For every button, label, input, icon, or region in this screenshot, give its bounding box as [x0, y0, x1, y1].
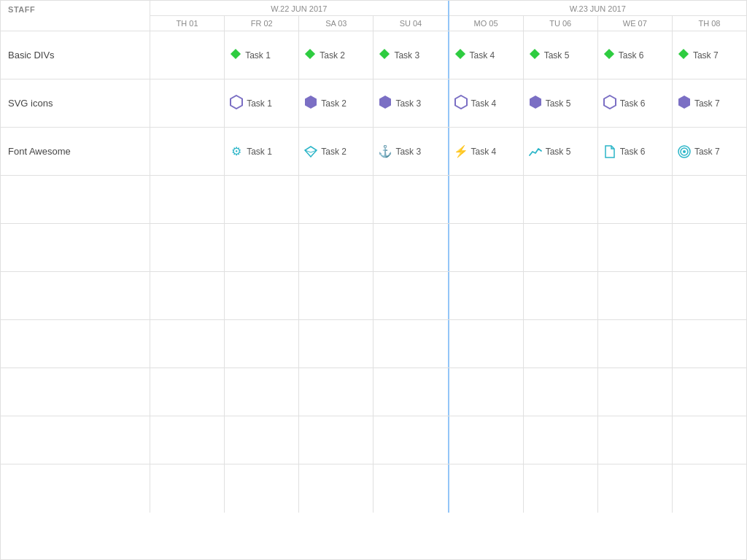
cell-fa-su04[interactable]: ⚓ Task 3 [374, 128, 449, 175]
empty-cells [150, 416, 746, 464]
row-label-basic-divs: Basic DIVs [1, 31, 150, 79]
e8 [673, 224, 746, 271]
cell-basic-th01 [150, 31, 225, 79]
row-cells-font-awesome: ⚙ Task 1 Task 2 ⚓ [150, 128, 746, 175]
task-basic-7[interactable]: Task 7 [677, 47, 719, 63]
cell-fa-th08[interactable]: Task 7 [673, 128, 746, 175]
hexagon-icon-2 [303, 95, 318, 112]
hexagon-icon-1 [229, 95, 244, 112]
task-fa-2[interactable]: Task 2 [303, 146, 347, 158]
e8 [673, 272, 746, 319]
cell-svg-su04[interactable]: Task 3 [374, 79, 449, 127]
e4 [374, 368, 449, 416]
e4 [374, 464, 449, 513]
task-fa-5[interactable]: Task 5 [528, 146, 571, 158]
svg-rect-0 [231, 49, 241, 59]
e3 [299, 272, 374, 319]
empty-cells [150, 320, 746, 368]
hexagon-icon-4 [454, 95, 468, 112]
cell-fa-sa03[interactable]: Task 2 [299, 128, 374, 175]
svg-marker-7 [231, 96, 242, 109]
cell-fa-we07[interactable]: Task 6 [598, 128, 673, 175]
gantt-body: Basic DIVs Task 1 Task 2 [1, 31, 746, 559]
task-svg-4[interactable]: Task 4 [454, 95, 497, 112]
row-cells-basic-divs: Task 1 Task 2 Task 3 [150, 31, 746, 79]
cell-fa-mo05[interactable]: ⚡ Task 4 [449, 128, 524, 175]
e3 [299, 416, 374, 464]
cell-basic-th08[interactable]: Task 7 [673, 31, 746, 79]
cell-svg-mo05[interactable]: Task 4 [449, 79, 524, 127]
e1 [150, 224, 225, 271]
day-header-th08: TH 08 [673, 16, 746, 31]
e8 [673, 368, 746, 416]
cell-svg-th08[interactable]: Task 7 [673, 79, 746, 127]
task-svg-5[interactable]: Task 5 [528, 95, 571, 112]
cell-fa-tu06[interactable]: Task 5 [524, 128, 598, 175]
task-fa-4[interactable]: ⚡ Task 4 [454, 144, 497, 158]
task-svg-3[interactable]: Task 3 [378, 95, 421, 112]
task-basic-3[interactable]: Task 3 [378, 47, 419, 63]
e8 [673, 176, 746, 223]
task-svg-7[interactable]: Task 7 [677, 95, 720, 112]
cell-basic-we07[interactable]: Task 6 [598, 31, 673, 79]
e8 [673, 416, 746, 464]
task-fa-7[interactable]: Task 7 [677, 145, 720, 158]
diamond-icon-6 [603, 47, 616, 63]
task-label: Task 5 [546, 98, 571, 109]
e6 [524, 368, 598, 416]
task-basic-4[interactable]: Task 4 [454, 47, 495, 63]
task-fa-3[interactable]: ⚓ Task 3 [378, 144, 421, 158]
e7 [598, 416, 673, 464]
e4 [374, 320, 449, 368]
task-label: Task 6 [620, 98, 646, 109]
week22-group: W.22 JUN 2017 TH 01 FR 02 SA 03 SU 04 [150, 1, 449, 31]
e2 [225, 416, 299, 464]
e6 [524, 176, 598, 223]
empty-cells [150, 176, 746, 223]
cell-svg-tu06[interactable]: Task 5 [524, 79, 598, 127]
e4 [374, 176, 449, 223]
row-empty-6 [1, 416, 746, 464]
e7 [598, 224, 673, 271]
row-svg-icons: SVG icons Task 1 [1, 79, 746, 128]
e2 [225, 272, 299, 319]
task-fa-6[interactable]: Task 6 [603, 145, 646, 158]
gear-icon: ⚙ [229, 144, 244, 158]
cell-svg-we07[interactable]: Task 6 [598, 79, 673, 127]
empty-label [1, 416, 150, 464]
row-cells-svg-icons: Task 1 Task 2 [150, 79, 746, 127]
row-font-awesome: Font Awesome ⚙ Task 1 [1, 128, 746, 176]
e5 [449, 272, 524, 319]
cell-basic-tu06[interactable]: Task 5 [524, 31, 598, 79]
task-basic-1[interactable]: Task 1 [229, 47, 271, 63]
cell-basic-sa03[interactable]: Task 2 [299, 31, 374, 79]
week22-days: TH 01 FR 02 SA 03 SU 04 [150, 16, 448, 31]
bolt-icon: ⚡ [454, 144, 468, 158]
e8 [673, 464, 746, 513]
cell-svg-fr02[interactable]: Task 1 [225, 79, 299, 127]
task-svg-1[interactable]: Task 1 [229, 95, 272, 112]
e1 [150, 464, 225, 513]
hexagon-icon-5 [528, 95, 543, 112]
task-svg-6[interactable]: Task 6 [603, 95, 646, 112]
task-label: Task 3 [394, 50, 419, 61]
line-chart-icon [528, 146, 543, 158]
cell-basic-fr02[interactable]: Task 1 [225, 31, 299, 79]
cell-basic-mo05[interactable]: Task 4 [449, 31, 524, 79]
task-svg-2[interactable]: Task 2 [303, 95, 347, 112]
task-basic-6[interactable]: Task 6 [603, 47, 644, 63]
cell-basic-su04[interactable]: Task 3 [374, 31, 449, 79]
diamond-icon-7 [677, 47, 690, 63]
e7 [598, 464, 673, 513]
task-fa-1[interactable]: ⚙ Task 1 [229, 144, 272, 158]
task-label: Task 6 [619, 50, 644, 61]
hexagon-icon-3 [378, 95, 392, 112]
e2 [225, 224, 299, 271]
task-basic-5[interactable]: Task 5 [528, 47, 570, 63]
task-basic-2[interactable]: Task 2 [303, 47, 345, 63]
cell-fa-fr02[interactable]: ⚙ Task 1 [225, 128, 299, 175]
row-empty-5 [1, 368, 746, 416]
svg-marker-13 [678, 96, 690, 109]
e7 [598, 176, 673, 223]
cell-svg-sa03[interactable]: Task 2 [299, 79, 374, 127]
